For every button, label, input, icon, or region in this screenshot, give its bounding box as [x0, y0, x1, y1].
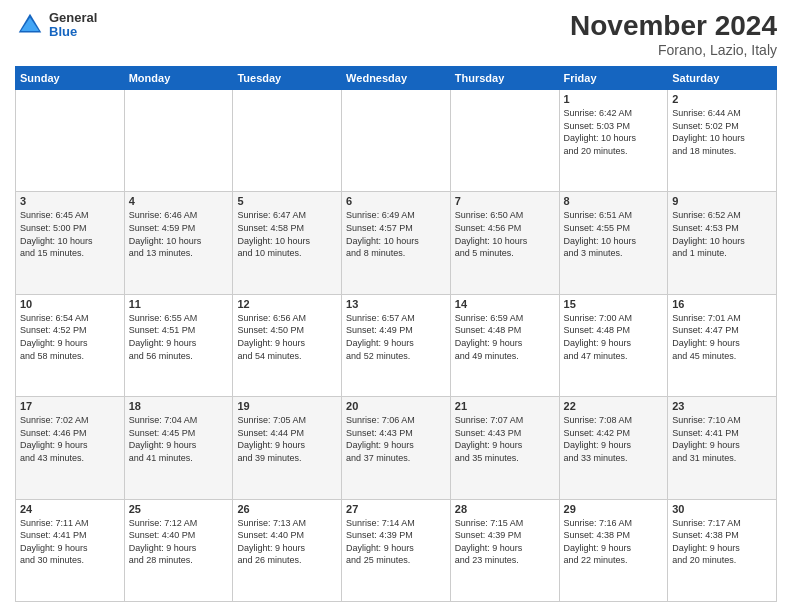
calendar-cell: 4Sunrise: 6:46 AM Sunset: 4:59 PM Daylig… — [124, 192, 233, 294]
day-info: Sunrise: 6:57 AM Sunset: 4:49 PM Dayligh… — [346, 312, 446, 362]
calendar-cell: 20Sunrise: 7:06 AM Sunset: 4:43 PM Dayli… — [342, 397, 451, 499]
day-number: 3 — [20, 195, 120, 207]
calendar-cell: 2Sunrise: 6:44 AM Sunset: 5:02 PM Daylig… — [668, 90, 777, 192]
calendar-cell — [342, 90, 451, 192]
day-number: 10 — [20, 298, 120, 310]
day-number: 25 — [129, 503, 229, 515]
day-number: 2 — [672, 93, 772, 105]
calendar-cell: 3Sunrise: 6:45 AM Sunset: 5:00 PM Daylig… — [16, 192, 125, 294]
calendar-cell: 1Sunrise: 6:42 AM Sunset: 5:03 PM Daylig… — [559, 90, 668, 192]
day-number: 12 — [237, 298, 337, 310]
day-number: 27 — [346, 503, 446, 515]
calendar-cell — [450, 90, 559, 192]
calendar-week-1: 1Sunrise: 6:42 AM Sunset: 5:03 PM Daylig… — [16, 90, 777, 192]
day-number: 23 — [672, 400, 772, 412]
day-number: 20 — [346, 400, 446, 412]
location: Forano, Lazio, Italy — [570, 42, 777, 58]
header: General Blue November 2024 Forano, Lazio… — [15, 10, 777, 58]
day-info: Sunrise: 7:05 AM Sunset: 4:44 PM Dayligh… — [237, 414, 337, 464]
calendar-cell: 29Sunrise: 7:16 AM Sunset: 4:38 PM Dayli… — [559, 499, 668, 601]
calendar-cell: 28Sunrise: 7:15 AM Sunset: 4:39 PM Dayli… — [450, 499, 559, 601]
col-header-wednesday: Wednesday — [342, 67, 451, 90]
day-number: 15 — [564, 298, 664, 310]
day-info: Sunrise: 6:50 AM Sunset: 4:56 PM Dayligh… — [455, 209, 555, 259]
day-number: 18 — [129, 400, 229, 412]
calendar-cell: 11Sunrise: 6:55 AM Sunset: 4:51 PM Dayli… — [124, 294, 233, 396]
calendar-cell: 12Sunrise: 6:56 AM Sunset: 4:50 PM Dayli… — [233, 294, 342, 396]
day-number: 1 — [564, 93, 664, 105]
day-info: Sunrise: 7:02 AM Sunset: 4:46 PM Dayligh… — [20, 414, 120, 464]
day-info: Sunrise: 7:13 AM Sunset: 4:40 PM Dayligh… — [237, 517, 337, 567]
day-number: 22 — [564, 400, 664, 412]
day-number: 24 — [20, 503, 120, 515]
calendar-cell: 19Sunrise: 7:05 AM Sunset: 4:44 PM Dayli… — [233, 397, 342, 499]
day-info: Sunrise: 7:04 AM Sunset: 4:45 PM Dayligh… — [129, 414, 229, 464]
col-header-friday: Friday — [559, 67, 668, 90]
logo-general-label: General — [49, 11, 97, 25]
day-number: 6 — [346, 195, 446, 207]
col-header-sunday: Sunday — [16, 67, 125, 90]
day-info: Sunrise: 6:44 AM Sunset: 5:02 PM Dayligh… — [672, 107, 772, 157]
calendar-cell: 15Sunrise: 7:00 AM Sunset: 4:48 PM Dayli… — [559, 294, 668, 396]
calendar-cell: 21Sunrise: 7:07 AM Sunset: 4:43 PM Dayli… — [450, 397, 559, 499]
col-header-saturday: Saturday — [668, 67, 777, 90]
day-number: 30 — [672, 503, 772, 515]
day-info: Sunrise: 7:00 AM Sunset: 4:48 PM Dayligh… — [564, 312, 664, 362]
calendar-cell: 25Sunrise: 7:12 AM Sunset: 4:40 PM Dayli… — [124, 499, 233, 601]
day-number: 28 — [455, 503, 555, 515]
calendar-cell: 10Sunrise: 6:54 AM Sunset: 4:52 PM Dayli… — [16, 294, 125, 396]
col-header-tuesday: Tuesday — [233, 67, 342, 90]
day-number: 7 — [455, 195, 555, 207]
calendar-week-3: 10Sunrise: 6:54 AM Sunset: 4:52 PM Dayli… — [16, 294, 777, 396]
calendar-cell: 9Sunrise: 6:52 AM Sunset: 4:53 PM Daylig… — [668, 192, 777, 294]
month-title: November 2024 — [570, 10, 777, 42]
day-number: 29 — [564, 503, 664, 515]
col-header-thursday: Thursday — [450, 67, 559, 90]
calendar-cell: 13Sunrise: 6:57 AM Sunset: 4:49 PM Dayli… — [342, 294, 451, 396]
col-header-monday: Monday — [124, 67, 233, 90]
calendar-cell: 22Sunrise: 7:08 AM Sunset: 4:42 PM Dayli… — [559, 397, 668, 499]
calendar-cell: 5Sunrise: 6:47 AM Sunset: 4:58 PM Daylig… — [233, 192, 342, 294]
day-info: Sunrise: 6:46 AM Sunset: 4:59 PM Dayligh… — [129, 209, 229, 259]
day-info: Sunrise: 7:07 AM Sunset: 4:43 PM Dayligh… — [455, 414, 555, 464]
day-info: Sunrise: 6:52 AM Sunset: 4:53 PM Dayligh… — [672, 209, 772, 259]
day-info: Sunrise: 7:06 AM Sunset: 4:43 PM Dayligh… — [346, 414, 446, 464]
day-info: Sunrise: 6:51 AM Sunset: 4:55 PM Dayligh… — [564, 209, 664, 259]
title-block: November 2024 Forano, Lazio, Italy — [570, 10, 777, 58]
logo-text: General Blue — [49, 11, 97, 40]
calendar-week-2: 3Sunrise: 6:45 AM Sunset: 5:00 PM Daylig… — [16, 192, 777, 294]
day-number: 14 — [455, 298, 555, 310]
calendar-week-5: 24Sunrise: 7:11 AM Sunset: 4:41 PM Dayli… — [16, 499, 777, 601]
header-row: SundayMondayTuesdayWednesdayThursdayFrid… — [16, 67, 777, 90]
day-info: Sunrise: 6:56 AM Sunset: 4:50 PM Dayligh… — [237, 312, 337, 362]
calendar-week-4: 17Sunrise: 7:02 AM Sunset: 4:46 PM Dayli… — [16, 397, 777, 499]
day-info: Sunrise: 7:16 AM Sunset: 4:38 PM Dayligh… — [564, 517, 664, 567]
day-info: Sunrise: 7:11 AM Sunset: 4:41 PM Dayligh… — [20, 517, 120, 567]
day-number: 11 — [129, 298, 229, 310]
calendar-cell: 24Sunrise: 7:11 AM Sunset: 4:41 PM Dayli… — [16, 499, 125, 601]
calendar-cell: 17Sunrise: 7:02 AM Sunset: 4:46 PM Dayli… — [16, 397, 125, 499]
calendar-cell: 16Sunrise: 7:01 AM Sunset: 4:47 PM Dayli… — [668, 294, 777, 396]
day-info: Sunrise: 6:55 AM Sunset: 4:51 PM Dayligh… — [129, 312, 229, 362]
calendar-cell: 18Sunrise: 7:04 AM Sunset: 4:45 PM Dayli… — [124, 397, 233, 499]
calendar-cell — [16, 90, 125, 192]
logo-icon — [15, 10, 45, 40]
day-number: 21 — [455, 400, 555, 412]
day-number: 8 — [564, 195, 664, 207]
day-number: 16 — [672, 298, 772, 310]
day-info: Sunrise: 6:47 AM Sunset: 4:58 PM Dayligh… — [237, 209, 337, 259]
day-info: Sunrise: 6:42 AM Sunset: 5:03 PM Dayligh… — [564, 107, 664, 157]
logo-blue-label: Blue — [49, 25, 97, 39]
calendar-cell — [233, 90, 342, 192]
day-info: Sunrise: 6:59 AM Sunset: 4:48 PM Dayligh… — [455, 312, 555, 362]
day-info: Sunrise: 7:01 AM Sunset: 4:47 PM Dayligh… — [672, 312, 772, 362]
day-number: 9 — [672, 195, 772, 207]
calendar-cell: 27Sunrise: 7:14 AM Sunset: 4:39 PM Dayli… — [342, 499, 451, 601]
page: General Blue November 2024 Forano, Lazio… — [0, 0, 792, 612]
calendar-cell: 14Sunrise: 6:59 AM Sunset: 4:48 PM Dayli… — [450, 294, 559, 396]
calendar-cell: 23Sunrise: 7:10 AM Sunset: 4:41 PM Dayli… — [668, 397, 777, 499]
day-number: 13 — [346, 298, 446, 310]
day-info: Sunrise: 7:12 AM Sunset: 4:40 PM Dayligh… — [129, 517, 229, 567]
day-info: Sunrise: 6:45 AM Sunset: 5:00 PM Dayligh… — [20, 209, 120, 259]
calendar-cell: 7Sunrise: 6:50 AM Sunset: 4:56 PM Daylig… — [450, 192, 559, 294]
